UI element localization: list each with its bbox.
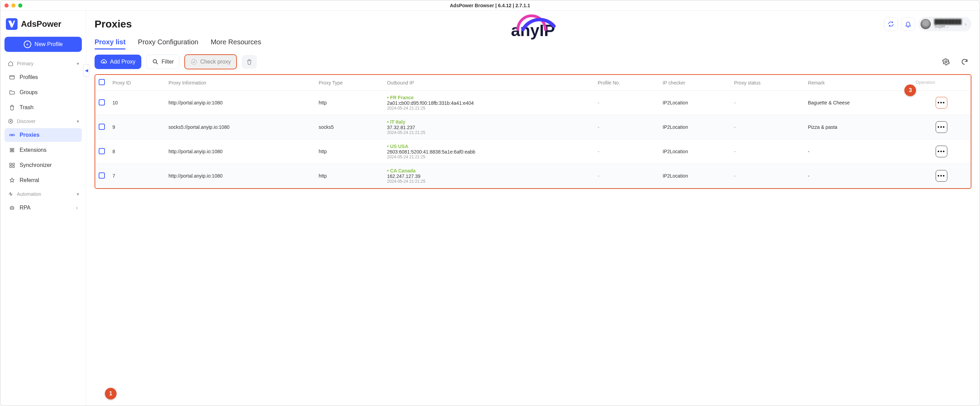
cell-proxy-id: 10 — [109, 91, 165, 115]
table-row[interactable]: 10http://portal.anyip.io:1080httpFR Fran… — [95, 91, 971, 115]
cell-profile-no: - — [594, 115, 659, 140]
row-checkbox[interactable] — [99, 173, 105, 179]
sidebar-item-referral[interactable]: Referral — [5, 173, 82, 187]
section-discover[interactable]: Discover ▾ — [5, 116, 82, 127]
col-profile-no: Profile No. — [594, 75, 659, 91]
new-profile-label: New Profile — [35, 41, 63, 48]
cell-checkbox — [95, 91, 109, 115]
cell-proxy-info: socks5://portal.anyip.io:1080 — [165, 115, 315, 140]
svg-rect-5 — [13, 163, 14, 165]
svg-rect-7 — [13, 166, 14, 168]
delete-button[interactable] — [242, 55, 257, 69]
col-proxy-type: Proxy Type — [315, 75, 384, 91]
row-checkbox[interactable] — [99, 124, 105, 130]
cell-checkbox — [95, 140, 109, 164]
tab-proxy-configuration[interactable]: Proxy Configuration — [138, 36, 199, 49]
sidebar-item-trash[interactable]: Trash — [5, 101, 82, 114]
cell-outbound-ip: IT Italy37.32.81.2372024-05-24 21:21:25 — [383, 115, 594, 140]
row-more-button[interactable]: ••• — [935, 146, 947, 157]
select-all-checkbox[interactable] — [99, 79, 105, 85]
sidebar-item-profiles[interactable]: Profiles — [5, 70, 82, 84]
svg-rect-4 — [10, 163, 11, 165]
cell-outbound-ip: US USA2603:6081:5200:41:8838:5a1e:6af0:e… — [383, 140, 594, 164]
logo-text: AdsPower — [21, 19, 61, 29]
sidebar-item-groups[interactable]: Groups — [5, 86, 82, 99]
check-proxy-button[interactable]: Check proxy — [184, 54, 237, 70]
filter-button[interactable]: Filter — [146, 55, 180, 69]
col-proxy-id: Proxy ID — [109, 75, 165, 91]
window-title: AdsPower Browser | 6.4.12 | 2.7.1.1 — [450, 3, 530, 8]
titlebar: AdsPower Browser | 6.4.12 | 2.7.1.1 — [0, 0, 980, 11]
star-icon — [9, 177, 16, 184]
bell-icon — [905, 21, 912, 27]
svg-rect-2 — [10, 134, 12, 136]
tab-proxy-list[interactable]: Proxy list — [95, 36, 126, 49]
robot-icon — [9, 205, 16, 211]
user-menu[interactable]: ████████ Super… › — [918, 17, 971, 31]
svg-rect-6 — [10, 166, 11, 168]
section-automation[interactable]: Automation ▾ — [5, 189, 82, 200]
profiles-icon — [9, 74, 16, 81]
table-header-row: Proxy ID Proxy Information Proxy Type Ou… — [95, 75, 971, 91]
cell-ip-checker: IP2Location — [659, 140, 731, 164]
plus-icon: + — [24, 41, 31, 48]
row-checkbox[interactable] — [99, 99, 105, 105]
chevron-right-icon: › — [76, 205, 78, 211]
cell-proxy-type: http — [315, 164, 384, 188]
trash-icon — [9, 104, 16, 111]
new-profile-button[interactable]: + New Profile — [5, 37, 82, 52]
svg-point-11 — [153, 59, 156, 63]
sidebar-item-rpa[interactable]: RPA › — [5, 201, 82, 215]
chevron-down-icon: ▾ — [77, 191, 79, 197]
cell-checkbox — [95, 115, 109, 140]
table-row[interactable]: 7http://portal.anyip.io:1080httpCA Canad… — [95, 164, 971, 188]
automation-icon — [7, 190, 14, 198]
chevron-down-icon: ▾ — [77, 119, 79, 124]
table-row[interactable]: 9socks5://portal.anyip.io:1080socks5IT I… — [95, 115, 971, 140]
cell-outbound-ip: CA Canada162.247.127.392024-05-24 21:21:… — [383, 164, 594, 188]
svg-rect-3 — [13, 134, 14, 136]
maximize-window-button[interactable] — [18, 3, 22, 8]
sidebar-item-extensions[interactable]: Extensions — [5, 143, 82, 157]
cell-ip-checker: IP2Location — [659, 91, 731, 115]
trash-icon — [246, 59, 252, 65]
puzzle-icon — [9, 147, 16, 154]
col-outbound-ip: Outbound IP — [383, 75, 594, 91]
sidebar-item-proxies[interactable]: Proxies — [5, 128, 82, 142]
sidebar-collapse-button[interactable]: ◀ — [83, 64, 89, 76]
cell-proxy-status: - — [731, 91, 805, 115]
row-checkbox[interactable] — [99, 148, 105, 154]
cell-remark: Baguette & Cheese — [805, 91, 912, 115]
cell-proxy-info: http://portal.anyip.io:1080 — [165, 91, 315, 115]
row-more-button[interactable]: ••• — [935, 97, 947, 109]
sidebar-item-synchronizer[interactable]: Synchronizer — [5, 159, 82, 172]
row-more-button[interactable]: ••• — [935, 170, 947, 182]
svg-point-1 — [9, 119, 13, 123]
tab-more-resources[interactable]: More Resources — [211, 36, 261, 49]
cell-profile-no: - — [594, 91, 659, 115]
cell-proxy-type: socks5 — [315, 115, 384, 140]
cell-proxy-status: - — [731, 164, 805, 188]
col-proxy-status: Proxy status — [731, 75, 805, 91]
settings-button[interactable] — [939, 55, 953, 69]
col-operation: Operation — [912, 75, 971, 91]
cell-proxy-type: http — [315, 91, 384, 115]
col-ip-checker: IP checker — [659, 75, 731, 91]
compass-icon — [7, 118, 14, 125]
notifications-button[interactable] — [901, 17, 915, 31]
close-window-button[interactable] — [5, 3, 9, 8]
gear-icon — [942, 58, 950, 66]
table-row[interactable]: 8http://portal.anyip.io:1080httpUS USA26… — [95, 140, 971, 164]
cell-remark: Pizza & pasta — [805, 115, 912, 140]
main-content: anyIP Proxies ████████ Super… — [86, 11, 980, 406]
svg-point-12 — [191, 59, 197, 65]
sync-button[interactable] — [884, 17, 898, 31]
add-proxy-button[interactable]: Add Proxy — [95, 55, 141, 69]
sidebar: AdsPower + New Profile ◀ Primary ▾ — [0, 11, 86, 406]
cell-ip-checker: IP2Location — [659, 164, 731, 188]
refresh-button[interactable] — [958, 55, 971, 69]
col-remark: Remark — [805, 75, 912, 91]
row-more-button[interactable]: ••• — [935, 121, 947, 133]
section-primary[interactable]: Primary ▾ — [5, 58, 82, 69]
minimize-window-button[interactable] — [11, 3, 16, 8]
